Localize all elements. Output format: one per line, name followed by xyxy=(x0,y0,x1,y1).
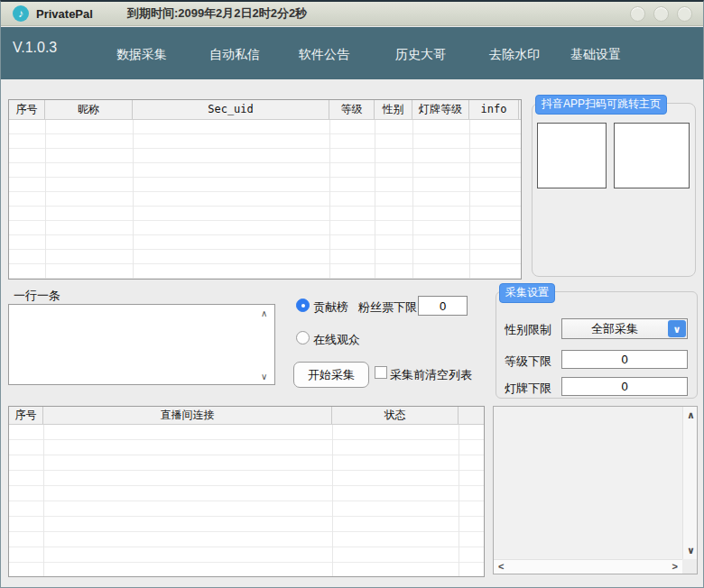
col-room-link[interactable]: 直播间连接 xyxy=(43,407,332,424)
col-gender[interactable]: 性别 xyxy=(375,100,412,119)
col-lamp-level[interactable]: 灯牌等级 xyxy=(412,100,469,119)
nav-item-watermark[interactable]: 去除水印 xyxy=(489,47,540,63)
scroll-down-icon[interactable]: ∨ xyxy=(687,545,695,556)
contribution-radio-label[interactable]: 贡献榜 xyxy=(313,299,348,316)
lamp-min-input[interactable] xyxy=(561,377,688,396)
members-table-header[interactable]: 序号 昵称 Sec_uid 等级 性别 灯牌等级 info xyxy=(9,100,521,120)
app-window: ♪ PrivatePal 到期时间:2099年2月2日2时2分2秒 V.1.0.… xyxy=(0,0,704,588)
scroll-up-icon[interactable]: ∧ xyxy=(261,309,267,318)
vertical-scrollbar[interactable]: ∧ ∨ xyxy=(682,407,697,559)
collect-settings-title: 采集设置 xyxy=(499,283,555,303)
nav-bar: V.1.0.3 数据采集 自动私信 软件公告 历史大哥 去除水印 基础设置 xyxy=(1,27,703,79)
contribution-radio[interactable] xyxy=(296,299,310,312)
close-button[interactable] xyxy=(677,6,692,22)
rooms-table-body[interactable] xyxy=(9,425,484,576)
horizontal-scrollbar[interactable]: < > xyxy=(494,559,682,574)
app-logo-icon: ♪ xyxy=(13,5,29,22)
scroll-right-icon[interactable]: > xyxy=(672,561,678,572)
chevron-down-icon[interactable]: ∨ xyxy=(668,320,686,337)
nav-item-auto-dm[interactable]: 自动私信 xyxy=(209,47,260,63)
nav-item-history[interactable]: 历史大哥 xyxy=(395,47,446,63)
scroll-left-icon[interactable]: < xyxy=(498,561,504,572)
clear-before-collect-label[interactable]: 采集前清空列表 xyxy=(390,367,472,383)
lines-hint-label: 一行一条 xyxy=(14,288,60,304)
scroll-down-icon[interactable]: ∨ xyxy=(261,372,267,381)
rooms-table-header[interactable]: 序号 直播间连接 状态 xyxy=(9,407,484,425)
nav-item-announcement[interactable]: 软件公告 xyxy=(299,47,349,63)
fan-ticket-input[interactable] xyxy=(418,296,468,316)
qr-code-box-1 xyxy=(537,123,607,188)
maximize-button[interactable] xyxy=(653,6,669,22)
members-table: 序号 昵称 Sec_uid 等级 性别 灯牌等级 info xyxy=(8,99,522,280)
gender-limit-label: 性别限制 xyxy=(505,322,551,338)
fan-ticket-label: 粉丝票下限 xyxy=(358,299,417,316)
col-room-index[interactable]: 序号 xyxy=(9,407,43,424)
col-nickname[interactable]: 昵称 xyxy=(45,100,133,119)
col-info[interactable]: info xyxy=(469,100,519,119)
col-sec-uid[interactable]: Sec_uid xyxy=(133,100,329,119)
col-level[interactable]: 等级 xyxy=(329,100,375,119)
rooms-table: 序号 直播间连接 状态 xyxy=(8,406,485,577)
scrollbar-corner xyxy=(682,559,697,574)
col-index[interactable]: 序号 xyxy=(9,100,45,119)
online-viewers-radio-label[interactable]: 在线观众 xyxy=(313,332,360,348)
log-listbox[interactable]: ∧ ∨ < > xyxy=(493,406,698,574)
lamp-min-label: 灯牌下限 xyxy=(505,381,551,397)
level-min-input[interactable] xyxy=(561,350,688,369)
scroll-up-icon[interactable]: ∧ xyxy=(687,409,695,421)
gender-select[interactable]: 全部采集 ∨ xyxy=(561,318,688,339)
minimize-button[interactable] xyxy=(630,6,645,22)
clear-before-collect-checkbox[interactable] xyxy=(375,366,387,379)
title-bar: ♪ PrivatePal 到期时间:2099年2月2日2时2分2秒 xyxy=(1,2,703,26)
nav-item-settings[interactable]: 基础设置 xyxy=(570,47,621,63)
level-min-label: 等级下限 xyxy=(505,354,551,370)
qr-panel-title: 抖音APP扫码可跳转主页 xyxy=(535,95,667,115)
members-table-body[interactable] xyxy=(9,120,521,279)
app-title: PrivatePal xyxy=(36,7,93,21)
col-room-status[interactable]: 状态 xyxy=(332,407,459,424)
qr-code-box-2 xyxy=(614,123,690,188)
version-label: V.1.0.3 xyxy=(13,40,57,56)
room-list-input[interactable] xyxy=(8,304,275,385)
gender-select-value: 全部采集 xyxy=(562,319,667,338)
online-viewers-radio[interactable] xyxy=(296,331,310,345)
qr-panel: 抖音APP扫码可跳转主页 xyxy=(532,103,696,277)
collect-settings-panel: 采集设置 性别限制 全部采集 ∨ 等级下限 灯牌下限 xyxy=(496,291,698,399)
expiry-text: 到期时间:2099年2月2日2时2分2秒 xyxy=(127,5,307,22)
start-collect-button[interactable]: 开始采集 xyxy=(293,362,369,388)
nav-item-data-collect[interactable]: 数据采集 xyxy=(116,47,167,63)
